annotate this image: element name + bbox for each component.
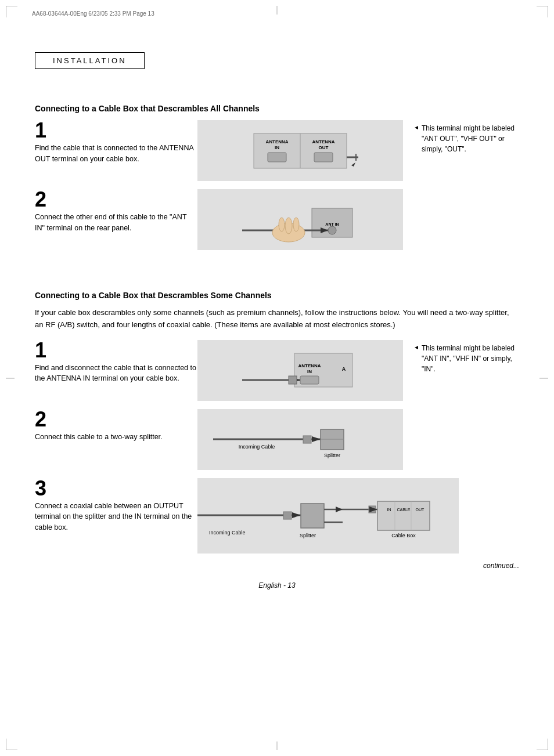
svg-text:OUT: OUT xyxy=(416,508,425,512)
section2-intro: If your cable box descrambles only some … xyxy=(35,307,519,331)
svg-text:ANTENNA: ANTENNA xyxy=(265,139,288,144)
svg-point-13 xyxy=(328,226,336,234)
s2-step1-left: 1 Find and disconnect the cable that is … xyxy=(35,340,197,401)
section1-title: Connecting to a Cable Box that Descrambl… xyxy=(35,104,519,113)
s2-step2-note xyxy=(403,409,519,470)
step1-diagram: ANTENNA IN ANTENNA OUT xyxy=(197,120,403,181)
step2-diagram: ANT IN xyxy=(197,189,403,250)
svg-text:OUT: OUT xyxy=(319,145,329,150)
svg-text:CABLE: CABLE xyxy=(397,508,411,512)
cross-left xyxy=(6,378,15,378)
step1-svg: ANTENNA IN ANTENNA OUT xyxy=(242,125,358,177)
section2-title: Connecting to a Cable Box that Descrambl… xyxy=(35,291,519,300)
s2-step3-note xyxy=(459,478,554,554)
page: AA68-03644A-00Eng 6/23/05 2:33 PM Page 1… xyxy=(0,0,554,756)
svg-text:Cable Box: Cable Box xyxy=(391,533,416,538)
section-gap xyxy=(35,265,519,276)
svg-rect-38 xyxy=(301,504,324,528)
s2-step1-note: ◄ This terminal might be labeled "ANT IN… xyxy=(403,340,519,401)
s2-step2-description: Connect this cable to a two-way splitter… xyxy=(35,432,197,443)
header-box: Installation xyxy=(35,52,145,69)
section2-step3: 3 Connect a coaxial cable between an OUT… xyxy=(35,478,519,554)
svg-text:ANTENNA: ANTENNA xyxy=(312,139,334,144)
corner-mark-tr xyxy=(537,6,548,17)
svg-marker-10 xyxy=(351,162,355,167)
svg-rect-4 xyxy=(268,153,286,162)
svg-rect-7 xyxy=(314,153,333,162)
s2-step2-svg: Incoming Cable Splitter xyxy=(213,412,387,467)
s2-step3-description: Connect a coaxial cable between an OUTPU… xyxy=(35,501,197,533)
step2-svg: ANT IN xyxy=(242,191,358,249)
svg-point-19 xyxy=(279,218,285,231)
s2-note1-triangle: ◄ xyxy=(413,343,419,352)
step2-description: Connect the other end of this cable to t… xyxy=(35,212,197,234)
svg-text:A: A xyxy=(342,366,346,372)
svg-point-18 xyxy=(293,218,299,231)
svg-text:IN: IN xyxy=(275,145,279,150)
s2-step1-diagram: ANTENNA IN A xyxy=(197,340,403,401)
svg-rect-23 xyxy=(300,376,319,384)
s2-step3-diagram: IN CABLE OUT Incoming Cable Splitter Cab… xyxy=(197,478,459,554)
step1-number: 1 xyxy=(35,120,197,141)
cross-bottom xyxy=(277,741,278,750)
s2-step3-number: 3 xyxy=(35,478,197,499)
svg-text:IN: IN xyxy=(387,508,391,512)
s2-step1-number: 1 xyxy=(35,340,197,361)
svg-text:IN: IN xyxy=(307,369,312,374)
page-footer: English - 13 xyxy=(35,581,519,589)
corner-mark-tl xyxy=(6,6,17,17)
step1-description: Find the cable that is connected to the … xyxy=(35,143,197,165)
section2-step1: 1 Find and disconnect the cable that is … xyxy=(35,340,519,401)
s2-step3-left: 3 Connect a coaxial cable between an OUT… xyxy=(35,478,197,554)
s2-step2-left: 2 Connect this cable to a two-way splitt… xyxy=(35,409,197,470)
s2-step2-number: 2 xyxy=(35,409,197,430)
svg-rect-26 xyxy=(289,376,297,384)
svg-point-17 xyxy=(285,218,292,234)
step2-left: 2 Connect the other end of this cable to… xyxy=(35,189,197,250)
svg-text:Incoming Cable: Incoming Cable xyxy=(239,444,275,450)
svg-rect-44 xyxy=(377,501,430,530)
s2-step2-diagram: Incoming Cable Splitter xyxy=(197,409,403,470)
continued-text: continued... xyxy=(35,562,519,570)
step2-number: 2 xyxy=(35,189,197,210)
section1-step2: 2 Connect the other end of this cable to… xyxy=(35,189,519,250)
step1-note: ◄ This terminal might be labeled "ANT OU… xyxy=(403,120,519,181)
step1-left: 1 Find the cable that is connected to th… xyxy=(35,120,197,181)
svg-text:ANTENNA: ANTENNA xyxy=(298,363,321,368)
svg-rect-29 xyxy=(303,436,311,443)
svg-text:Splitter: Splitter xyxy=(324,453,340,458)
svg-text:Incoming Cable: Incoming Cable xyxy=(209,530,246,536)
svg-text:ANT IN: ANT IN xyxy=(325,222,339,226)
svg-rect-36 xyxy=(283,512,292,519)
svg-marker-41 xyxy=(336,507,343,512)
file-info: AA68-03644A-00Eng 6/23/05 2:33 PM Page 1… xyxy=(32,10,154,17)
installation-label: Installation xyxy=(53,56,127,65)
cross-right xyxy=(539,378,548,378)
corner-mark-br xyxy=(537,739,548,750)
s2-step1-svg: ANTENNA IN A xyxy=(242,343,358,398)
s2-step1-description: Find and disconnect the cable that is co… xyxy=(35,363,197,385)
section2-step2: 2 Connect this cable to a two-way splitt… xyxy=(35,409,519,470)
step2-note xyxy=(403,189,519,250)
corner-mark-bl xyxy=(6,739,17,750)
svg-marker-30 xyxy=(312,436,321,442)
s2-step3-svg: IN CABLE OUT Incoming Cable Splitter Cab… xyxy=(197,479,459,552)
cross-top xyxy=(277,6,278,15)
note-triangle: ◄ xyxy=(413,123,419,132)
svg-marker-37 xyxy=(292,512,301,518)
svg-text:Splitter: Splitter xyxy=(300,533,316,538)
section1-step1: 1 Find the cable that is connected to th… xyxy=(35,120,519,181)
